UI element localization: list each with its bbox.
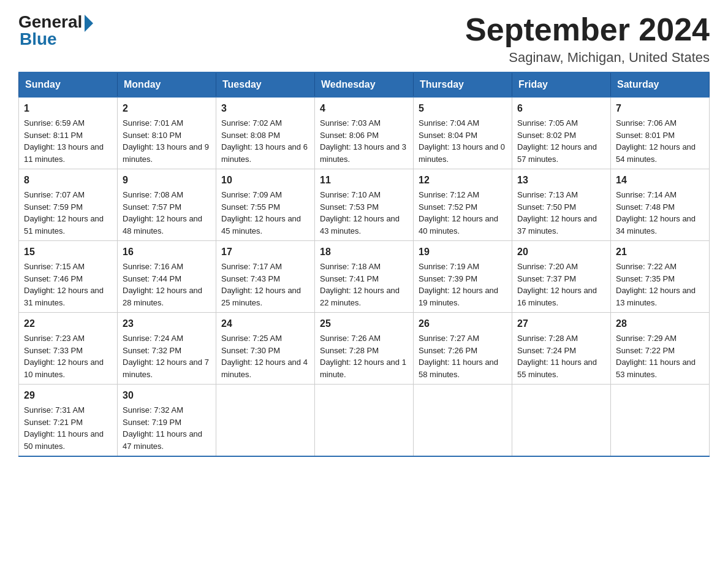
table-row: 6 Sunrise: 7:05 AMSunset: 8:02 PMDayligh… <box>512 97 611 169</box>
table-row: 16 Sunrise: 7:16 AMSunset: 7:44 PMDaylig… <box>118 241 216 313</box>
day-number: 25 <box>320 316 408 331</box>
day-info: Sunrise: 7:03 AMSunset: 8:06 PMDaylight:… <box>320 118 406 164</box>
calendar-week-row: 22 Sunrise: 7:23 AMSunset: 7:33 PMDaylig… <box>19 313 710 385</box>
table-row <box>315 385 414 457</box>
day-number: 12 <box>419 173 507 188</box>
table-row: 14 Sunrise: 7:14 AMSunset: 7:48 PMDaylig… <box>611 169 710 241</box>
day-info: Sunrise: 7:10 AMSunset: 7:53 PMDaylight:… <box>320 190 400 236</box>
table-row <box>512 385 611 457</box>
day-info: Sunrise: 7:04 AMSunset: 8:04 PMDaylight:… <box>419 118 505 164</box>
logo-arrow-icon <box>85 15 93 32</box>
day-number: 8 <box>24 173 112 188</box>
day-number: 4 <box>320 101 408 116</box>
day-info: Sunrise: 7:23 AMSunset: 7:33 PMDaylight:… <box>24 334 104 379</box>
calendar-week-row: 29 Sunrise: 7:31 AMSunset: 7:21 PMDaylig… <box>19 385 710 457</box>
day-number: 27 <box>517 316 605 331</box>
table-row: 7 Sunrise: 7:06 AMSunset: 8:01 PMDayligh… <box>611 97 710 169</box>
day-info: Sunrise: 7:06 AMSunset: 8:01 PMDaylight:… <box>616 118 696 164</box>
table-row: 8 Sunrise: 7:07 AMSunset: 7:59 PMDayligh… <box>19 169 118 241</box>
table-row: 13 Sunrise: 7:13 AMSunset: 7:50 PMDaylig… <box>512 169 611 241</box>
day-info: Sunrise: 7:22 AMSunset: 7:35 PMDaylight:… <box>616 262 696 307</box>
month-title: September 2024 <box>465 12 710 47</box>
day-number: 11 <box>320 173 408 188</box>
day-number: 9 <box>123 173 211 188</box>
weekday-header-row: Sunday Monday Tuesday Wednesday Thursday… <box>19 72 710 97</box>
day-info: Sunrise: 7:17 AMSunset: 7:43 PMDaylight:… <box>221 262 301 307</box>
day-number: 1 <box>24 101 112 116</box>
table-row: 26 Sunrise: 7:27 AMSunset: 7:26 PMDaylig… <box>414 313 512 385</box>
table-row: 23 Sunrise: 7:24 AMSunset: 7:32 PMDaylig… <box>118 313 216 385</box>
day-number: 17 <box>221 245 309 259</box>
day-number: 24 <box>221 316 309 331</box>
day-info: Sunrise: 7:05 AMSunset: 8:02 PMDaylight:… <box>517 118 597 164</box>
day-info: Sunrise: 7:14 AMSunset: 7:48 PMDaylight:… <box>616 190 696 236</box>
day-number: 16 <box>123 245 211 259</box>
header-thursday: Thursday <box>414 72 512 97</box>
day-info: Sunrise: 7:09 AMSunset: 7:55 PMDaylight:… <box>221 190 301 236</box>
table-row <box>414 385 512 457</box>
day-number: 19 <box>419 245 507 259</box>
day-info: Sunrise: 7:18 AMSunset: 7:41 PMDaylight:… <box>320 262 400 307</box>
table-row: 4 Sunrise: 7:03 AMSunset: 8:06 PMDayligh… <box>315 97 414 169</box>
table-row <box>216 385 315 457</box>
location-title: Saginaw, Michigan, United States <box>465 50 710 66</box>
day-number: 10 <box>221 173 309 188</box>
header-monday: Monday <box>118 72 216 97</box>
day-info: Sunrise: 7:26 AMSunset: 7:28 PMDaylight:… <box>320 334 406 379</box>
day-info: Sunrise: 7:27 AMSunset: 7:26 PMDaylight:… <box>419 334 498 379</box>
day-info: Sunrise: 7:32 AMSunset: 7:19 PMDaylight:… <box>123 405 202 451</box>
header-tuesday: Tuesday <box>216 72 315 97</box>
table-row: 9 Sunrise: 7:08 AMSunset: 7:57 PMDayligh… <box>118 169 216 241</box>
table-row: 25 Sunrise: 7:26 AMSunset: 7:28 PMDaylig… <box>315 313 414 385</box>
calendar-week-row: 8 Sunrise: 7:07 AMSunset: 7:59 PMDayligh… <box>19 169 710 241</box>
day-info: Sunrise: 7:01 AMSunset: 8:10 PMDaylight:… <box>123 118 209 164</box>
header-friday: Friday <box>512 72 611 97</box>
table-row: 30 Sunrise: 7:32 AMSunset: 7:19 PMDaylig… <box>118 385 216 457</box>
day-info: Sunrise: 7:12 AMSunset: 7:52 PMDaylight:… <box>419 190 498 236</box>
table-row: 22 Sunrise: 7:23 AMSunset: 7:33 PMDaylig… <box>19 313 118 385</box>
table-row: 5 Sunrise: 7:04 AMSunset: 8:04 PMDayligh… <box>414 97 512 169</box>
table-row: 2 Sunrise: 7:01 AMSunset: 8:10 PMDayligh… <box>118 97 216 169</box>
day-info: Sunrise: 7:25 AMSunset: 7:30 PMDaylight:… <box>221 334 308 379</box>
table-row: 18 Sunrise: 7:18 AMSunset: 7:41 PMDaylig… <box>315 241 414 313</box>
table-row <box>611 385 710 457</box>
page-header: General Blue September 2024 Saginaw, Mic… <box>18 12 710 66</box>
table-row: 21 Sunrise: 7:22 AMSunset: 7:35 PMDaylig… <box>611 241 710 313</box>
table-row: 15 Sunrise: 7:15 AMSunset: 7:46 PMDaylig… <box>19 241 118 313</box>
day-info: Sunrise: 7:19 AMSunset: 7:39 PMDaylight:… <box>419 262 498 307</box>
header-wednesday: Wednesday <box>315 72 414 97</box>
table-row: 19 Sunrise: 7:19 AMSunset: 7:39 PMDaylig… <box>414 241 512 313</box>
header-saturday: Saturday <box>611 72 710 97</box>
day-number: 20 <box>517 245 605 259</box>
day-number: 14 <box>616 173 704 188</box>
day-number: 18 <box>320 245 408 259</box>
day-number: 29 <box>24 388 112 403</box>
table-row: 28 Sunrise: 7:29 AMSunset: 7:22 PMDaylig… <box>611 313 710 385</box>
day-info: Sunrise: 6:59 AMSunset: 8:11 PMDaylight:… <box>24 118 104 164</box>
table-row: 27 Sunrise: 7:28 AMSunset: 7:24 PMDaylig… <box>512 313 611 385</box>
day-number: 7 <box>616 101 704 116</box>
day-number: 13 <box>517 173 605 188</box>
day-info: Sunrise: 7:16 AMSunset: 7:44 PMDaylight:… <box>123 262 202 307</box>
day-number: 3 <box>221 101 309 116</box>
table-row: 20 Sunrise: 7:20 AMSunset: 7:37 PMDaylig… <box>512 241 611 313</box>
calendar-week-row: 1 Sunrise: 6:59 AMSunset: 8:11 PMDayligh… <box>19 97 710 169</box>
table-row: 24 Sunrise: 7:25 AMSunset: 7:30 PMDaylig… <box>216 313 315 385</box>
table-row: 29 Sunrise: 7:31 AMSunset: 7:21 PMDaylig… <box>19 385 118 457</box>
calendar-week-row: 15 Sunrise: 7:15 AMSunset: 7:46 PMDaylig… <box>19 241 710 313</box>
day-info: Sunrise: 7:13 AMSunset: 7:50 PMDaylight:… <box>517 190 597 236</box>
day-info: Sunrise: 7:28 AMSunset: 7:24 PMDaylight:… <box>517 334 597 379</box>
header-sunday: Sunday <box>19 72 118 97</box>
day-info: Sunrise: 7:15 AMSunset: 7:46 PMDaylight:… <box>24 262 104 307</box>
day-number: 28 <box>616 316 704 331</box>
day-info: Sunrise: 7:29 AMSunset: 7:22 PMDaylight:… <box>616 334 696 379</box>
day-number: 23 <box>123 316 211 331</box>
day-number: 26 <box>419 316 507 331</box>
table-row: 1 Sunrise: 6:59 AMSunset: 8:11 PMDayligh… <box>19 97 118 169</box>
day-number: 5 <box>419 101 507 116</box>
table-row: 10 Sunrise: 7:09 AMSunset: 7:55 PMDaylig… <box>216 169 315 241</box>
table-row: 12 Sunrise: 7:12 AMSunset: 7:52 PMDaylig… <box>414 169 512 241</box>
table-row: 3 Sunrise: 7:02 AMSunset: 8:08 PMDayligh… <box>216 97 315 169</box>
day-number: 30 <box>123 388 211 403</box>
day-number: 2 <box>123 101 211 116</box>
